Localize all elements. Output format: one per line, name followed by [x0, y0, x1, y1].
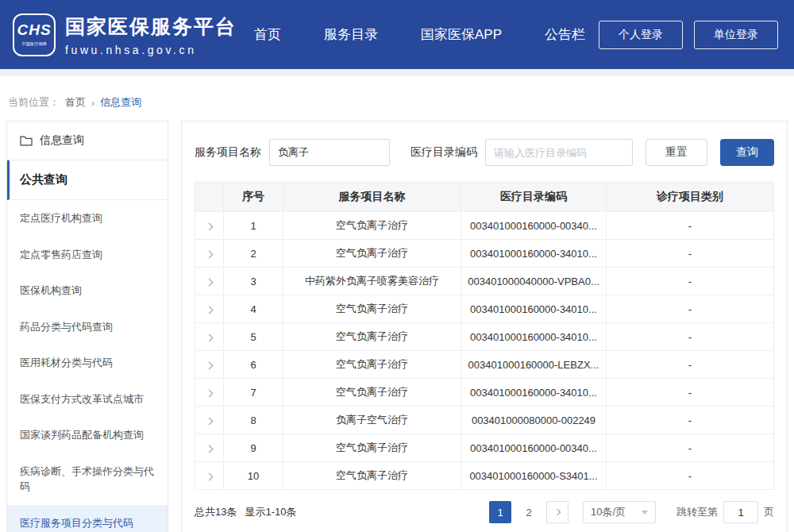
- row-expand-cell[interactable]: [195, 268, 224, 295]
- chs-logo-icon: CHS 中国医疗保障: [13, 13, 56, 56]
- page-size-value: 10条/页: [591, 505, 626, 519]
- catalog-code-label: 医疗目录编码: [410, 145, 477, 160]
- chevron-down-icon: [642, 511, 648, 515]
- jump-page-input[interactable]: [723, 501, 758, 523]
- chevron-right-icon: [206, 472, 214, 480]
- cell-code: 003401000160000-34010...: [461, 295, 607, 323]
- chevron-right-icon: [554, 509, 561, 515]
- cell-name: 空气负离子治疗: [283, 240, 461, 268]
- row-expand-cell[interactable]: [195, 379, 224, 407]
- cell-category: -: [607, 323, 774, 351]
- reset-button[interactable]: 重置: [646, 139, 707, 166]
- jump-suffix-label: 页: [764, 505, 774, 519]
- range-text: 显示1-10条: [245, 505, 296, 519]
- cell-category: -: [607, 462, 774, 490]
- cell-category: -: [607, 268, 774, 295]
- chevron-right-icon: [206, 250, 214, 258]
- sidebar-item-negotiated-drug-orgs[interactable]: 国家谈判药品配备机构查询: [7, 417, 168, 453]
- cell-name: 空气负离子治疗: [283, 379, 461, 407]
- chs-logo-subtext: 中国医疗保障: [21, 40, 47, 47]
- header-divider-strip: [0, 69, 794, 76]
- query-button[interactable]: 查询: [720, 139, 774, 166]
- sidebar: 信息查询 公共查询 定点医疗机构查询 定点零售药店查询 医保机构查询 药品分类与…: [6, 121, 168, 532]
- table-row: 4 空气负离子治疗 003401000160000-34010... -: [195, 295, 774, 323]
- expand-column-header: [195, 183, 224, 212]
- cell-name: 空气负离子治疗: [283, 434, 461, 462]
- main-panel: 服务项目名称 医疗目录编码 重置 查询 序号 服务项目名称 医疗目录编码: [181, 121, 788, 532]
- cell-no: 3: [224, 268, 283, 295]
- table-row: 7 空气负离子治疗 003401000160000-34010... -: [195, 379, 774, 407]
- results-table: 序号 服务项目名称 医疗目录编码 诊疗项目类别 1 空气负离子治疗 003401…: [195, 182, 774, 490]
- breadcrumb: 当前位置： 首页 › 信息查询: [0, 76, 794, 121]
- cell-no: 4: [224, 295, 283, 323]
- cell-code: 003401000080000-002249: [461, 407, 607, 434]
- cell-category: -: [607, 379, 774, 407]
- chevron-right-icon: [206, 417, 214, 425]
- breadcrumb-current-link[interactable]: 信息查询: [100, 95, 141, 110]
- col-header-code: 医疗目录编码: [461, 183, 607, 212]
- chevron-right-icon: [206, 333, 214, 341]
- site-logo[interactable]: CHS 中国医疗保障 国家医保服务平台 fuwu.nhsa.gov.cn: [13, 13, 233, 56]
- cell-code: 003401000160000-S3401...: [461, 462, 607, 490]
- cell-code: 003401000160000-LEBZX...: [461, 351, 607, 379]
- cell-no: 9: [224, 434, 283, 462]
- sidebar-item-medical-service-codes[interactable]: 医疗服务项目分类与代码: [7, 505, 168, 532]
- nav-item-announcements[interactable]: 公告栏: [545, 25, 585, 44]
- sidebar-item-drug-codes[interactable]: 药品分类与代码查询: [7, 309, 168, 345]
- sidebar-title-label: 信息查询: [40, 133, 84, 148]
- sidebar-item-payment-reform-cities[interactable]: 医保支付方式改革试点城市: [7, 381, 168, 418]
- cell-category: -: [607, 240, 774, 268]
- row-expand-cell[interactable]: [195, 434, 224, 462]
- cell-name: 空气负离子治疗: [283, 351, 461, 379]
- sidebar-item-consumables-codes[interactable]: 医用耗材分类与代码: [7, 345, 168, 381]
- table-header-row: 序号 服务项目名称 医疗目录编码 诊疗项目类别: [195, 183, 774, 212]
- next-page-button[interactable]: [546, 501, 569, 523]
- cell-no: 2: [224, 240, 283, 268]
- row-expand-cell[interactable]: [195, 212, 224, 240]
- sidebar-item-designated-medical-orgs[interactable]: 定点医疗机构查询: [7, 200, 168, 237]
- page-button-2[interactable]: 2: [518, 501, 540, 523]
- cell-name: 负离子空气治疗: [283, 407, 461, 434]
- row-expand-cell[interactable]: [195, 462, 224, 490]
- site-domain: fuwu.nhsa.gov.cn: [65, 44, 237, 56]
- chevron-right-icon: [206, 389, 214, 397]
- row-expand-cell[interactable]: [195, 351, 224, 379]
- org-login-button[interactable]: 单位登录: [694, 21, 778, 49]
- nav-item-app[interactable]: 国家医保APP: [421, 25, 502, 44]
- row-expand-cell[interactable]: [195, 240, 224, 268]
- cell-code: 003401000160000-00340...: [461, 212, 607, 240]
- breadcrumb-home-link[interactable]: 首页: [65, 95, 86, 110]
- personal-login-button[interactable]: 个人登录: [599, 21, 683, 49]
- page-size-select[interactable]: 10条/页: [583, 501, 656, 523]
- nav-item-home[interactable]: 首页: [254, 25, 281, 44]
- sidebar-item-designated-pharmacies[interactable]: 定点零售药店查询: [7, 237, 168, 273]
- top-header: CHS 中国医疗保障 国家医保服务平台 fuwu.nhsa.gov.cn 首页 …: [0, 0, 794, 69]
- table-row: 2 空气负离子治疗 003401000160000-34010... -: [195, 240, 774, 268]
- jump-prefix-label: 跳转至第: [676, 505, 718, 519]
- row-expand-cell[interactable]: [195, 295, 224, 323]
- page-button-1[interactable]: 1: [489, 501, 511, 523]
- chs-logo-text: CHS: [17, 22, 51, 37]
- site-title: 国家医保服务平台: [65, 13, 237, 40]
- cell-category: -: [607, 295, 774, 323]
- row-expand-cell[interactable]: [195, 407, 224, 434]
- cell-category: -: [607, 351, 774, 379]
- cell-no: 8: [224, 407, 283, 434]
- nav-item-service-catalog[interactable]: 服务目录: [324, 25, 378, 44]
- sidebar-item-insurance-orgs[interactable]: 医保机构查询: [7, 272, 168, 309]
- total-count-text: 总共13条: [195, 505, 237, 519]
- table-row: 5 空气负离子治疗 003401000160000-34010... -: [195, 323, 774, 351]
- chevron-right-icon: [206, 361, 214, 369]
- page-content: 信息查询 公共查询 定点医疗机构查询 定点零售药店查询 医保机构查询 药品分类与…: [0, 121, 794, 532]
- cell-category: -: [607, 212, 774, 240]
- catalog-code-input[interactable]: [485, 139, 633, 166]
- cell-name: 中药紫外负离子喷雾美容治疗: [283, 268, 461, 295]
- cell-category: -: [607, 407, 774, 434]
- login-buttons: 个人登录 单位登录: [599, 21, 778, 49]
- service-name-input[interactable]: [269, 139, 390, 166]
- table-row: 6 空气负离子治疗 003401000160000-LEBZX... -: [195, 351, 774, 379]
- row-expand-cell[interactable]: [195, 323, 224, 351]
- col-header-name: 服务项目名称: [283, 183, 461, 212]
- sidebar-item-diagnosis-codes[interactable]: 疾病诊断、手术操作分类与代码: [7, 453, 168, 505]
- sidebar-title[interactable]: 信息查询: [7, 121, 168, 160]
